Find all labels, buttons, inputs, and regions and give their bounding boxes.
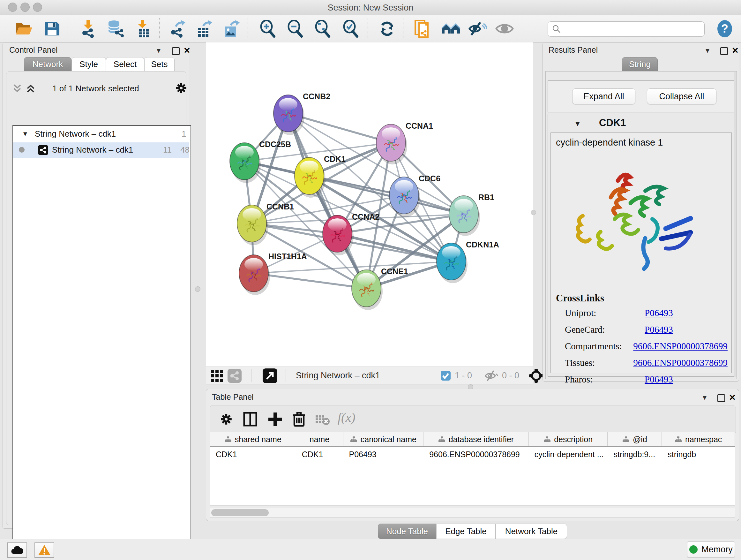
import-network-file-button[interactable] (78, 18, 99, 39)
tab-node-table[interactable]: Node Table (378, 523, 436, 539)
crosslink-label: Uniprot: (565, 308, 645, 318)
network-node-rb1[interactable]: RB1 (449, 193, 494, 236)
import-network-database-button[interactable] (105, 18, 126, 39)
save-session-button[interactable] (42, 18, 63, 39)
tab-sets[interactable]: Sets (144, 57, 175, 71)
crosslink-link[interactable]: 9606.ENSP00000378699 (633, 358, 728, 368)
right-splitter-handle[interactable] (531, 210, 536, 215)
warnings-button[interactable] (35, 543, 54, 558)
cell-name[interactable]: CDK1 (296, 447, 343, 462)
column-header-name[interactable]: name (296, 432, 343, 446)
results-panel-close-button[interactable]: ✕ (732, 46, 739, 56)
expand-all-icon[interactable] (26, 84, 37, 93)
control-panel-maximize-button[interactable] (172, 47, 180, 55)
table-horizontal-scrollbar[interactable] (210, 508, 735, 517)
cell-namespac[interactable]: stringdb (662, 447, 735, 462)
table-panel-close-button[interactable]: ✕ (729, 393, 736, 402)
open-session-button[interactable] (13, 18, 35, 39)
column-header-canonical-name[interactable]: canonical name (343, 432, 424, 446)
table-options-gear-icon[interactable] (219, 413, 233, 426)
birdseye-toggle-icon[interactable] (529, 368, 543, 383)
fit-content-button[interactable] (312, 18, 333, 39)
grid-view-icon[interactable] (211, 370, 224, 382)
fit-content-icon (314, 20, 332, 38)
tab-select[interactable]: Select (106, 57, 144, 71)
cell-shared-name[interactable]: CDK1 (210, 447, 296, 462)
first-neighbors-button[interactable] (441, 18, 461, 39)
network-node-cdc25b[interactable]: CDC25B (230, 140, 291, 183)
tab-network-table[interactable]: Network Table (495, 523, 567, 539)
selected-checkbox-icon[interactable] (441, 371, 451, 381)
column-header-database-identifier[interactable]: database identifier (423, 432, 529, 446)
network-node-ccnb1[interactable]: CCNB1 (237, 202, 294, 245)
network-node-ccnb2[interactable]: CCNB2 (273, 92, 330, 135)
search-input[interactable] (564, 23, 699, 35)
import-table-file-button[interactable] (132, 18, 153, 39)
zoom-selected-button[interactable] (340, 18, 361, 39)
window-title: Session: New Session (0, 3, 741, 13)
zoom-in-button[interactable] (257, 18, 278, 39)
crosslink-link[interactable]: P06493 (645, 324, 673, 335)
export-table-button[interactable] (194, 18, 215, 39)
footer-separator (525, 369, 525, 382)
column-header-shared-name[interactable]: shared name (210, 432, 296, 446)
export-image-button[interactable] (221, 18, 242, 39)
results-panel-maximize-button[interactable] (720, 47, 728, 55)
collapse-all-button[interactable]: Collapse All (647, 88, 717, 105)
control-panel-close-button[interactable]: ✕ (184, 46, 191, 56)
network-node-ccne1[interactable]: CCNE1 (352, 267, 408, 310)
network-node-hist1h1a[interactable]: HIST1H1A (239, 252, 307, 295)
column-header--id[interactable]: @id (608, 432, 662, 446)
network-node-cdk1[interactable]: CDK1 (294, 154, 346, 198)
collection-caret-icon[interactable]: ▼ (22, 130, 28, 138)
crosslink-link[interactable]: P06493 (645, 308, 673, 318)
crosslink-link[interactable]: 9606.ENSP00000378699 (633, 341, 728, 352)
cell-description[interactable]: cyclin-dependent ... (529, 447, 608, 462)
collapse-all-icon[interactable] (13, 84, 23, 93)
cloud-status-button[interactable] (7, 543, 27, 558)
show-all-button[interactable] (494, 18, 515, 39)
network-canvas[interactable]: CCNB2CCNA1CDC25BCDK1CDC6RB1CCNB1CCNA2CDK… (206, 43, 533, 367)
new-network-from-selection-button[interactable] (412, 18, 433, 39)
cell-canonical-name[interactable]: P06493 (343, 447, 424, 462)
scrollbar-thumb[interactable] (211, 509, 269, 516)
node-table[interactable]: shared namenamecanonical namedatabase id… (210, 432, 735, 505)
create-column-plus-icon[interactable] (268, 412, 282, 427)
hide-selected-button[interactable] (467, 18, 488, 39)
open-in-window-icon[interactable] (263, 368, 277, 383)
network-node-cdc6[interactable]: CDC6 (389, 174, 441, 217)
delete-column-trash-icon[interactable] (292, 411, 306, 427)
delete-table-icon[interactable] (315, 415, 330, 425)
zoom-out-button[interactable] (285, 18, 306, 39)
show-columns-icon[interactable] (243, 412, 257, 427)
network-collection-row[interactable]: ▼ String Network – cdk1 1 (13, 126, 189, 142)
tab-string[interactable]: String (622, 57, 658, 71)
crosslink-link[interactable]: P06493 (645, 374, 673, 385)
tab-edge-table[interactable]: Edge Table (436, 523, 495, 539)
network-options-gear-icon[interactable] (175, 82, 188, 95)
expand-all-button[interactable]: Expand All (572, 88, 635, 105)
table-panel-float-button[interactable]: ▾ (703, 393, 706, 402)
cell-database-identifier[interactable]: 9606.ENSP00000378699 (423, 447, 529, 462)
table-panel-maximize-button[interactable] (718, 394, 725, 402)
network-node-cdkn1a[interactable]: CDKN1A (436, 240, 499, 283)
memory-button[interactable]: Memory (687, 542, 735, 557)
tab-style[interactable]: Style (71, 57, 106, 71)
tab-network[interactable]: Network (24, 57, 71, 71)
string-network-graph[interactable]: CCNB2CCNA1CDC25BCDK1CDC6RB1CCNB1CCNA2CDK… (206, 43, 533, 367)
results-panel-float-button[interactable]: ▾ (705, 46, 710, 55)
cell--id[interactable]: stringdb:9... (608, 447, 662, 462)
gene-caret-icon[interactable]: ▼ (574, 120, 581, 128)
network-birdseye-share-icon[interactable] (227, 369, 242, 383)
export-network-button[interactable] (167, 18, 188, 39)
network-node-ccna1[interactable]: CCNA1 (376, 121, 433, 165)
column-header-description[interactable]: description (529, 432, 608, 446)
left-splitter-handle[interactable] (195, 287, 200, 292)
control-panel-float-button[interactable]: ▾ (157, 46, 160, 55)
table-row[interactable]: CDK1CDK1P064939606.ENSP00000378699cyclin… (210, 447, 735, 462)
results-vertical-scrollbar[interactable] (734, 72, 737, 377)
refresh-button[interactable] (377, 18, 398, 39)
column-header-namespac[interactable]: namespac (662, 432, 735, 446)
help-button[interactable]: ? (714, 18, 735, 39)
network-row-selected[interactable]: String Network – cdk1 11 48 (13, 142, 189, 158)
